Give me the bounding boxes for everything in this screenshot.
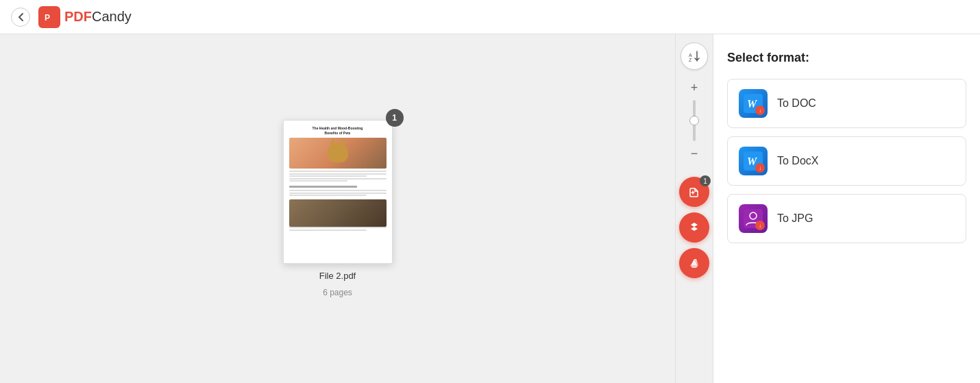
google-drive-button[interactable] — [679, 248, 709, 278]
doc-arrow-icon: ↓ — [755, 106, 765, 115]
zoom-in-button[interactable]: + — [685, 78, 704, 97]
text-line — [289, 171, 387, 172]
zoom-thumb[interactable] — [689, 116, 699, 125]
doc-text-lines-2 — [289, 190, 387, 196]
svg-text:Z: Z — [689, 58, 692, 62]
text-line — [289, 175, 367, 177]
docx-arrow-icon: ↓ — [755, 163, 765, 173]
jpg-arrow-icon: ↓ — [755, 221, 765, 230]
doc-image-bottom — [289, 199, 387, 227]
document-preview-container: 1 The Health and Mood-BoostingBenefits o… — [283, 120, 393, 297]
cat-illustration — [328, 143, 348, 162]
jpg-label: To JPG — [777, 212, 813, 225]
filename-label: File 2.pdf — [319, 271, 356, 281]
text-line — [289, 230, 367, 231]
zoom-out-button[interactable]: − — [685, 144, 704, 163]
format-option-doc[interactable]: W ↓ To DOC — [727, 79, 966, 128]
text-line — [289, 227, 387, 228]
sort-button[interactable]: A Z — [681, 42, 708, 70]
doc-image-top — [289, 138, 387, 169]
panel-title: Select format: — [727, 51, 966, 65]
text-line — [289, 180, 347, 182]
doc-text-lines-3 — [289, 227, 387, 231]
text-line — [289, 193, 387, 194]
dropbox-button[interactable] — [679, 212, 709, 243]
logo-icon: P — [38, 6, 60, 28]
zoom-control: + − — [685, 78, 704, 163]
text-line — [289, 178, 387, 180]
document-viewer: 1 The Health and Mood-BoostingBenefits o… — [0, 34, 675, 383]
page-number-badge: 1 — [386, 109, 404, 127]
format-selection-panel: Select format: W ↓ To DOC W ↓ To DocX — [713, 34, 980, 383]
zoom-slider[interactable] — [693, 100, 696, 141]
jpg-icon: ↓ — [739, 204, 768, 233]
logo-text: PDFCandy — [64, 9, 132, 25]
doc-label: To DOC — [777, 97, 816, 110]
pages-label: 6 pages — [323, 288, 352, 297]
side-toolbar: A Z + − 1 — [675, 34, 713, 383]
doc-text-lines — [289, 171, 387, 182]
file-badge: 1 — [700, 175, 711, 186]
text-line — [289, 195, 367, 196]
action-buttons: 1 — [679, 177, 709, 278]
main-content: 1 The Health and Mood-BoostingBenefits o… — [0, 34, 980, 383]
docx-icon: W ↓ — [739, 147, 768, 175]
format-option-docx[interactable]: W ↓ To DocX — [727, 136, 966, 186]
add-file-button[interactable]: 1 — [679, 177, 709, 207]
text-line — [289, 190, 387, 191]
text-line — [289, 173, 387, 175]
docx-label: To DocX — [777, 155, 818, 167]
format-option-jpg[interactable]: ↓ To JPG — [727, 194, 966, 243]
back-button[interactable] — [11, 8, 30, 27]
svg-text:A: A — [689, 53, 692, 58]
logo: P PDFCandy — [38, 6, 132, 28]
svg-text:P: P — [45, 13, 50, 23]
app-header: P PDFCandy — [0, 0, 980, 34]
doc-title: The Health and Mood-BoostingBenefits of … — [289, 126, 387, 135]
document-thumbnail: The Health and Mood-BoostingBenefits of … — [283, 120, 393, 264]
doc-icon: W ↓ — [739, 89, 768, 118]
doc-section-divider — [289, 186, 357, 188]
